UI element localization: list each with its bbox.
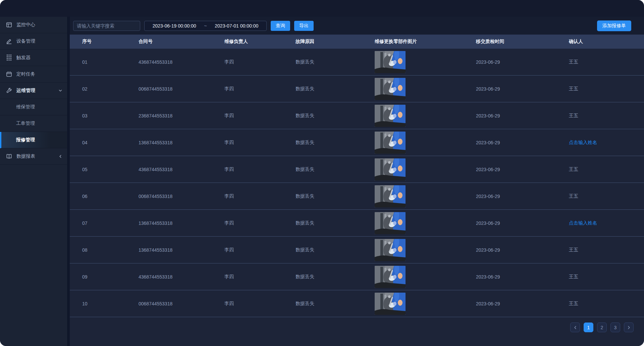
confirmer-name: 王五 <box>569 247 578 252</box>
table-row: 094368744553318李四数据丢失2023-06-29王五 <box>70 263 644 290</box>
sidebar-item-定时任务[interactable]: 定时任务 <box>0 66 67 83</box>
cell-index: 01 <box>82 59 139 65</box>
repair-parts-photo[interactable] <box>375 293 406 315</box>
cell-fault-reason: 数据丢失 <box>296 193 375 199</box>
app-window: 监控中心设备管理触发器定时任务运维管理维保管理工单管理报修管理数据报表 2023… <box>0 0 644 346</box>
repair-parts-photo[interactable] <box>375 158 406 181</box>
table-row: 071368744553318李四数据丢失2023-06-29点击输入姓名 <box>70 210 644 237</box>
cell-confirmer: 王五 <box>569 166 644 172</box>
cell-index: 08 <box>82 247 139 253</box>
column-header: 确认人 <box>569 39 644 45</box>
cell-fault-reason: 数据丢失 <box>296 247 375 253</box>
book-icon <box>6 153 12 159</box>
cell-index: 10 <box>82 301 139 306</box>
cell-contract-number: 1368744553318 <box>139 247 224 253</box>
confirmer-name: 王五 <box>569 166 578 172</box>
cell-parts-image <box>375 293 476 315</box>
sidebar-subitem-工单管理[interactable]: 工单管理 <box>0 115 67 132</box>
table-row: 100068744553318李四数据丢失2023-06-29王五 <box>70 290 644 317</box>
cell-confirmer: 王五 <box>569 59 644 65</box>
cell-index: 03 <box>82 113 139 118</box>
cell-parts-image <box>375 78 476 100</box>
sidebar-item-触发器[interactable]: 触发器 <box>0 50 67 66</box>
date-range-picker[interactable]: 2023-06-19 00:00:00 ~ 2023-07-01 00:00:0… <box>144 21 267 31</box>
date-end-value[interactable]: 2023-07-01 00:00:00 <box>215 23 258 29</box>
date-start-value[interactable]: 2023-06-19 00:00:00 <box>153 23 196 29</box>
cell-fault-reason: 数据丢失 <box>296 59 375 65</box>
table-row: 032368744553318李四数据丢失2023-06-29王五 <box>70 102 644 129</box>
cell-repair-person: 李四 <box>224 59 296 65</box>
monitor-icon <box>6 22 12 28</box>
main-panel: 2023-06-19 00:00:00 ~ 2023-07-01 00:00:0… <box>70 17 644 346</box>
add-repair-order-button[interactable]: 添加报修单 <box>597 20 631 31</box>
pagination-page-3[interactable]: 3 <box>610 323 620 332</box>
sidebar-item-label: 数据报表 <box>16 153 54 159</box>
export-button[interactable]: 导出 <box>294 21 314 31</box>
cell-repair-person: 李四 <box>224 274 296 280</box>
top-bar <box>0 0 644 17</box>
cell-index: 06 <box>82 194 139 199</box>
sidebar-item-label: 触发器 <box>16 55 62 61</box>
edit-icon <box>6 38 12 44</box>
pagination-next-button[interactable] <box>624 323 634 332</box>
table-body: 014368744553318李四数据丢失2023-06-29王五0200687… <box>70 49 644 317</box>
sidebar: 监控中心设备管理触发器定时任务运维管理维保管理工单管理报修管理数据报表 <box>0 17 67 346</box>
cell-index: 04 <box>82 140 139 145</box>
repair-parts-photo[interactable] <box>375 266 406 288</box>
repair-parts-photo[interactable] <box>375 105 406 127</box>
column-header: 合同号 <box>139 39 224 45</box>
sidebar-item-运维管理[interactable]: 运维管理 <box>0 83 67 99</box>
cell-contract-number: 4368744553318 <box>139 167 224 172</box>
sidebar-item-设备管理[interactable]: 设备管理 <box>0 33 67 50</box>
sidebar-divider <box>67 17 70 346</box>
date-range-separator: ~ <box>204 23 207 29</box>
table-row: 054368744553318李四数据丢失2023-06-29王五 <box>70 156 644 183</box>
cell-parts-image <box>375 132 476 154</box>
cell-fault-reason: 数据丢失 <box>296 274 375 280</box>
search-input[interactable] <box>73 21 140 31</box>
column-header: 维修更换零部件图片 <box>375 39 476 45</box>
enter-name-link[interactable]: 点击输入姓名 <box>569 140 597 145</box>
repair-parts-photo[interactable] <box>375 51 406 73</box>
repair-parts-photo[interactable] <box>375 78 406 100</box>
repair-parts-photo[interactable] <box>375 132 406 154</box>
confirmer-name: 王五 <box>569 193 578 199</box>
query-button[interactable]: 查询 <box>271 21 290 31</box>
repair-parts-photo[interactable] <box>375 185 406 207</box>
grid-dots-icon <box>6 54 12 61</box>
repair-parts-photo[interactable] <box>375 212 406 234</box>
cell-qc-handover-time: 2023-06-29 <box>476 301 569 306</box>
confirmer-name: 王五 <box>569 59 578 64</box>
sidebar-subitem-报修管理[interactable]: 报修管理 <box>0 132 67 148</box>
cell-fault-reason: 数据丢失 <box>296 113 375 119</box>
column-header: 序号 <box>82 39 139 45</box>
cell-qc-handover-time: 2023-06-29 <box>476 247 569 253</box>
wrench-icon <box>6 88 12 94</box>
table-row: 041368744553318李四数据丢失2023-06-29点击输入姓名 <box>70 129 644 156</box>
cell-repair-person: 李四 <box>224 86 296 92</box>
cell-contract-number: 4368744553318 <box>139 59 224 65</box>
enter-name-link[interactable]: 点击输入姓名 <box>569 220 597 226</box>
column-header: 故障原因 <box>296 39 375 45</box>
cell-contract-number: 1368744553318 <box>139 140 224 145</box>
table-header-row: 序号合同号维修负责人故障原因维修更换零部件图片移交质检时间确认人 <box>70 35 644 49</box>
pagination-page-1[interactable]: 1 <box>584 323 593 332</box>
cell-parts-image <box>375 185 476 207</box>
cell-confirmer: 王五 <box>569 113 644 119</box>
cell-fault-reason: 数据丢失 <box>296 140 375 146</box>
cell-parts-image <box>375 239 476 261</box>
sidebar-item-监控中心[interactable]: 监控中心 <box>0 17 67 33</box>
cell-repair-person: 李四 <box>224 193 296 199</box>
pagination-page-2[interactable]: 2 <box>597 323 607 332</box>
sidebar-subitem-维保管理[interactable]: 维保管理 <box>0 99 67 115</box>
confirmer-name: 王五 <box>569 86 578 91</box>
cell-qc-handover-time: 2023-06-29 <box>476 86 569 92</box>
calendar-icon <box>6 71 12 77</box>
cell-fault-reason: 数据丢失 <box>296 166 375 172</box>
chevron-down-icon <box>58 89 62 93</box>
sidebar-item-数据报表[interactable]: 数据报表 <box>0 148 67 165</box>
cell-fault-reason: 数据丢失 <box>296 301 375 307</box>
repair-parts-photo[interactable] <box>375 239 406 261</box>
cell-confirmer: 王五 <box>569 247 644 253</box>
pagination-prev-button[interactable] <box>570 323 580 332</box>
